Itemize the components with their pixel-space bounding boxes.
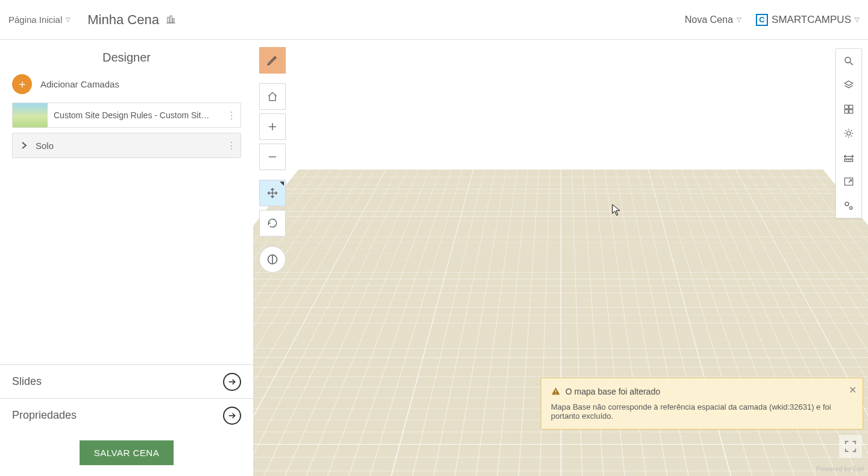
plus-circle-icon xyxy=(12,74,32,94)
svg-line-30 xyxy=(851,130,852,132)
save-scene-button[interactable]: SALVAR CENA xyxy=(80,440,174,465)
svg-marker-17 xyxy=(844,81,853,86)
toast-title-row: O mapa base foi alterado xyxy=(551,387,841,396)
zoom-in-button[interactable] xyxy=(259,113,286,140)
app-header: Página Inicial ▽ Minha Cena Nova Cena ▽ … xyxy=(0,0,868,40)
designer-panel: Designer Adicionar Camadas Custom Site D… xyxy=(0,40,253,476)
account-name: SMARTCAMPUS xyxy=(772,14,851,26)
arrow-right-circle-icon xyxy=(223,407,241,425)
svg-rect-18 xyxy=(844,105,848,109)
ground-item[interactable]: Solo ⋮ xyxy=(12,133,241,158)
properties-label: Propriedades xyxy=(12,409,77,422)
home-label: Página Inicial xyxy=(8,14,62,25)
save-bar: SALVAR CENA xyxy=(0,432,253,476)
chevron-down-icon: ▽ xyxy=(66,16,71,23)
panel-title: Designer xyxy=(0,40,253,73)
scene-view[interactable]: ✕ O mapa base foi alterado Mapa Base não… xyxy=(253,40,868,476)
close-icon[interactable]: ✕ xyxy=(849,384,857,396)
svg-rect-9 xyxy=(555,393,556,394)
scene-tools-panel xyxy=(835,48,862,218)
svg-point-38 xyxy=(845,202,849,206)
svg-rect-20 xyxy=(844,110,848,113)
svg-rect-21 xyxy=(849,110,853,113)
layer-name: Custom Site Design Rules - Custom Sit… xyxy=(48,110,222,120)
basemap-button[interactable] xyxy=(836,97,861,121)
add-layers-button[interactable]: Adicionar Camadas xyxy=(0,73,253,103)
account-dropdown[interactable]: C SMARTCAMPUS ▽ xyxy=(756,14,860,26)
svg-rect-1 xyxy=(170,16,172,22)
scene-title[interactable]: Minha Cena xyxy=(87,12,176,28)
search-button[interactable] xyxy=(836,49,861,73)
chevron-down-icon: ▽ xyxy=(737,16,741,23)
warning-icon xyxy=(551,387,561,396)
svg-point-22 xyxy=(847,132,851,135)
layer-options-icon[interactable]: ⋮ xyxy=(222,110,241,121)
chevron-right-icon xyxy=(13,141,36,150)
ground-options-icon[interactable]: ⋮ xyxy=(222,140,241,151)
rotate-button[interactable] xyxy=(259,210,286,236)
compass-button[interactable] xyxy=(259,246,286,273)
spacer xyxy=(0,163,253,364)
measure-button[interactable] xyxy=(836,145,861,170)
daylight-button[interactable] xyxy=(836,121,861,145)
add-layers-label: Adicionar Camadas xyxy=(40,79,119,89)
new-scene-dropdown[interactable]: Nova Cena ▽ xyxy=(685,14,741,25)
zoom-out-button[interactable] xyxy=(259,144,286,170)
slides-label: Slides xyxy=(12,375,42,388)
settings-button[interactable] xyxy=(836,194,861,218)
share-button[interactable] xyxy=(836,170,861,194)
svg-rect-8 xyxy=(555,390,556,392)
new-scene-label: Nova Cena xyxy=(685,14,733,25)
chevron-down-icon: ▽ xyxy=(855,16,860,23)
basemap-warning-toast: ✕ O mapa base foi alterado Mapa Base não… xyxy=(541,378,863,430)
toast-body: Mapa Base não corresponde à referência e… xyxy=(551,402,841,420)
view-toolbar xyxy=(259,47,286,273)
scene-ground-grid xyxy=(253,170,868,476)
layers-button[interactable] xyxy=(836,73,861,97)
layer-item[interactable]: Custom Site Design Rules - Custom Sit… ⋮ xyxy=(12,103,241,128)
svg-line-37 xyxy=(849,180,852,183)
home-extent-button[interactable] xyxy=(259,83,286,110)
fullscreen-button[interactable] xyxy=(839,435,862,458)
ground-label: Solo xyxy=(36,141,222,151)
pan-button[interactable] xyxy=(259,180,286,206)
header-right: Nova Cena ▽ C SMARTCAMPUS ▽ xyxy=(685,14,860,26)
svg-line-29 xyxy=(846,136,847,137)
scene-title-text: Minha Cena xyxy=(87,12,159,28)
attribution: Powered by Esri xyxy=(816,465,864,472)
svg-line-28 xyxy=(851,136,852,137)
slides-accordion[interactable]: Slides xyxy=(0,364,253,398)
toast-title: O mapa base foi alterado xyxy=(565,387,660,396)
arrow-right-circle-icon xyxy=(223,373,241,391)
account-logo-icon: C xyxy=(756,14,768,26)
svg-line-27 xyxy=(846,130,847,132)
header-left: Página Inicial ▽ Minha Cena xyxy=(8,12,176,28)
svg-line-16 xyxy=(850,62,853,65)
svg-rect-19 xyxy=(849,105,853,109)
svg-point-15 xyxy=(845,57,851,63)
layer-thumbnail xyxy=(13,103,48,127)
properties-accordion[interactable]: Propriedades xyxy=(0,398,253,432)
svg-rect-0 xyxy=(168,17,169,22)
presentation-icon xyxy=(165,14,176,25)
svg-rect-2 xyxy=(173,18,174,22)
edit-button[interactable] xyxy=(259,47,286,74)
home-dropdown[interactable]: Página Inicial ▽ xyxy=(8,14,71,25)
